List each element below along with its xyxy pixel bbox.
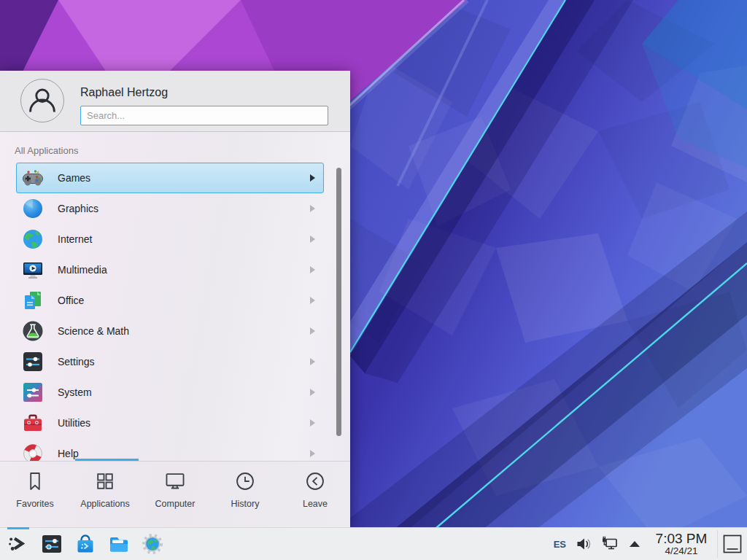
show-desktop-button[interactable] [718, 528, 747, 560]
category-games[interactable]: Games [16, 163, 324, 193]
tab-history[interactable]: History [210, 462, 280, 527]
application-category-list: Games Graphics Internet [0, 162, 350, 461]
submenu-arrow-icon [310, 327, 315, 335]
user-avatar-icon[interactable] [20, 79, 64, 122]
category-label: Science & Math [58, 325, 129, 337]
submenu-arrow-icon [310, 205, 315, 212]
category-label: Settings [58, 356, 95, 368]
category-label: Games [58, 172, 90, 184]
category-label: Internet [58, 233, 92, 245]
user-name: Raphael Hertzog [80, 86, 168, 99]
category-label: Multimedia [58, 264, 107, 276]
clock-date: 4/24/21 [651, 546, 711, 556]
tab-computer[interactable]: Computer [140, 462, 210, 527]
category-settings[interactable]: Settings [16, 346, 324, 377]
tab-leave[interactable]: Leave [280, 462, 350, 527]
keyboard-layout-indicator[interactable]: ES [554, 539, 566, 550]
office-icon [21, 289, 44, 312]
category-help[interactable]: Help [16, 438, 324, 461]
application-launcher-button[interactable] [6, 532, 31, 556]
category-graphics[interactable]: Graphics [16, 193, 324, 224]
system-settings-button[interactable] [39, 532, 64, 556]
science-icon [21, 319, 44, 343]
file-manager-button[interactable] [107, 532, 131, 556]
discover-button[interactable] [73, 532, 98, 556]
category-office[interactable]: Office [16, 285, 324, 316]
graphics-icon [21, 197, 44, 220]
breadcrumb-all-applications: All Applications [15, 145, 78, 156]
tab-label: Leave [303, 499, 328, 509]
category-system[interactable]: System [16, 377, 324, 408]
utilities-icon [21, 411, 44, 435]
tab-label: History [231, 499, 260, 509]
category-label: Office [58, 295, 84, 306]
system-settings-icon [40, 532, 63, 556]
category-utilities[interactable]: Utilities [16, 408, 324, 438]
search-input[interactable] [80, 106, 328, 125]
clock-time: 7:03 PM [651, 532, 711, 546]
submenu-arrow-icon [310, 236, 315, 243]
application-launcher-menu: Raphael Hertzog All Applications Games [0, 71, 350, 527]
kde-launcher-icon [7, 532, 30, 556]
submenu-arrow-icon [310, 450, 315, 457]
submenu-arrow-icon [310, 266, 315, 273]
category-label: System [58, 386, 92, 398]
submenu-arrow-icon [310, 297, 315, 304]
submenu-arrow-icon [310, 389, 315, 396]
category-science-math[interactable]: Science & Math [16, 316, 324, 346]
category-internet[interactable]: Internet [16, 224, 324, 254]
list-scrollbar[interactable] [336, 168, 341, 436]
volume-icon[interactable] [576, 537, 592, 551]
games-icon [21, 166, 44, 190]
multimedia-icon [21, 258, 44, 281]
expand-tray-chevron-up-icon[interactable] [628, 540, 641, 548]
tab-label: Computer [155, 499, 196, 509]
clock-icon [234, 470, 256, 492]
show-desktop-icon [722, 534, 743, 554]
launcher-active-indicator [7, 527, 29, 529]
leave-icon [304, 470, 326, 492]
system-icon [21, 381, 44, 404]
category-label: Graphics [58, 203, 98, 214]
submenu-arrow-icon [310, 419, 315, 427]
internet-icon [21, 228, 44, 251]
category-multimedia[interactable]: Multimedia [16, 254, 324, 285]
tab-label: Applications [80, 499, 129, 509]
digital-clock[interactable]: 7:03 PM 4/24/21 [651, 532, 711, 556]
submenu-arrow-icon [310, 358, 315, 365]
monitor-icon [164, 470, 186, 492]
submenu-arrow-icon [310, 174, 315, 182]
category-label: Help [58, 448, 79, 459]
category-label: Utilities [58, 417, 90, 429]
bookmark-icon [24, 470, 46, 492]
launcher-tab-bar: Favorites Applications Computer History [0, 461, 350, 527]
globe-gear-icon [141, 532, 164, 556]
discover-icon [74, 532, 97, 556]
settings-icon [21, 350, 44, 373]
taskbar-panel: ES 7:03 PM 4/24/21 [0, 527, 747, 560]
web-browser-button[interactable] [140, 532, 165, 556]
tab-label: Favorites [16, 499, 53, 509]
launcher-header: Raphael Hertzog [0, 71, 350, 132]
folder-icon [107, 532, 131, 556]
tab-favorites[interactable]: Favorites [0, 462, 70, 527]
tab-applications[interactable]: Applications [70, 462, 140, 527]
help-icon [21, 442, 44, 461]
system-tray: ES [554, 536, 641, 552]
app-grid-icon [94, 470, 116, 492]
taskbar-app-icons [0, 532, 165, 556]
network-icon[interactable] [601, 536, 619, 552]
